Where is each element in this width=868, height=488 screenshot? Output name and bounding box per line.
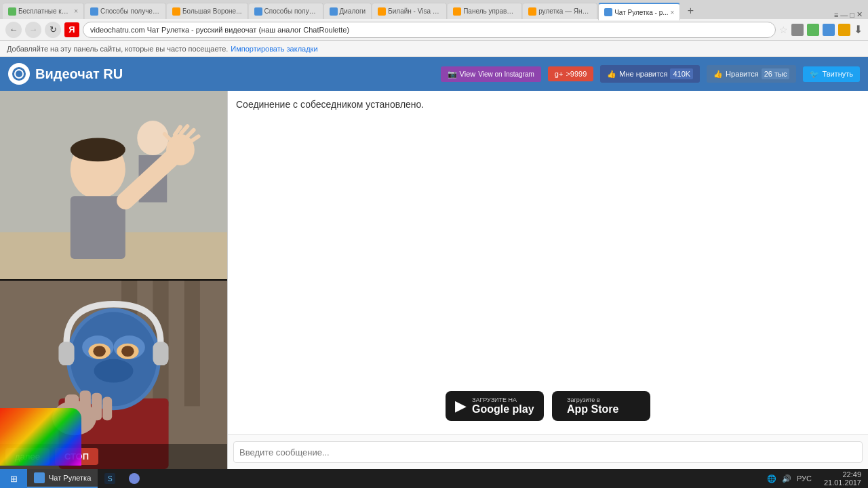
- toolbar-extension-1: [791, 24, 804, 36]
- app-store-text: Загрузите в App Store: [567, 396, 618, 415]
- stop-button[interactable]: СТОП: [55, 448, 98, 465]
- tab-label-7: Панель управлен...: [463, 7, 516, 15]
- gplus-icon: g+: [555, 70, 564, 78]
- svg-rect-35: [102, 396, 112, 420]
- bookmarks-bar: Добавляйте на эту панель сайты, которые …: [0, 41, 868, 57]
- next-button[interactable]: далее: [5, 448, 50, 465]
- taskbar-item-discord[interactable]: [122, 469, 146, 488]
- svg-rect-17: [184, 281, 200, 406]
- like-count: 410K: [670, 68, 693, 79]
- new-tab-button[interactable]: +: [681, 3, 700, 19]
- svg-rect-34: [92, 393, 102, 421]
- site-header: Видеочат RU 📷 View View on Instagram g+ …: [0, 57, 868, 91]
- video-local-svg: [0, 281, 227, 469]
- app-small-label: Загрузите в: [567, 396, 618, 403]
- instagram-button[interactable]: 📷 View View on Instagram: [441, 66, 541, 82]
- tray-lang: РУС: [797, 474, 812, 483]
- tab-1[interactable]: Бесплатные клю... ×: [3, 3, 84, 19]
- tab-icon-9: [604, 8, 612, 16]
- page-content: Видеочат RU 📷 View View on Instagram g+ …: [0, 57, 868, 469]
- svg-point-13: [71, 138, 125, 162]
- taskbar-item-steam[interactable]: S: [98, 469, 122, 488]
- logo-icon: [8, 63, 30, 85]
- tab-label-5: Диалоги: [340, 7, 366, 15]
- taskbar: ⊞ Чат Рулетка S 🌐 🔊 РУС 22:49 21.01.2017: [0, 469, 868, 488]
- back-button[interactable]: ←: [5, 22, 22, 38]
- svg-point-27: [93, 346, 106, 357]
- tab-icon-8: [528, 7, 536, 16]
- twitter-button[interactable]: 🐦 Твитнуть: [803, 66, 860, 82]
- tab-7[interactable]: Панель управлен...: [448, 3, 522, 19]
- browser-taskbar-icon: [34, 472, 45, 483]
- tray-volume-icon: 🔊: [782, 474, 791, 483]
- steam-icon: S: [104, 473, 115, 484]
- tab-6[interactable]: Билайн - Visa QIW...: [372, 3, 447, 19]
- gplus-count: >9999: [566, 70, 587, 78]
- tab-label-3: Большая Вороне...: [182, 7, 242, 15]
- address-bar[interactable]: videochatru.com Чат Рулетка - русский ви…: [83, 22, 776, 38]
- bookmark-star[interactable]: ☆: [779, 24, 788, 35]
- tab-9-active[interactable]: Чат Рулетка - р... ×: [598, 3, 680, 20]
- play-big-label: Google play: [472, 403, 534, 415]
- tab-2[interactable]: Способы получен...: [85, 3, 166, 19]
- tab-icon-3: [172, 7, 180, 16]
- chat-panel: Соединение с собеседником установлено. ▶…: [227, 91, 868, 469]
- vk-like-button[interactable]: 👍 Нравится 26 тыс: [707, 65, 796, 83]
- svg-rect-33: [80, 390, 91, 420]
- browser-tabs-bar: Бесплатные клю... × Способы получен... Б…: [0, 0, 868, 19]
- toolbar-extension-4: [838, 24, 850, 36]
- taskbar-item-browser[interactable]: Чат Рулетка: [27, 469, 98, 488]
- video-remote-svg: [0, 91, 227, 279]
- app-store-button[interactable]: Загрузите в App Store: [552, 391, 650, 421]
- tab-icon-7: [453, 7, 461, 16]
- google-play-button[interactable]: ▶ ЗАГРУЗИТЕ НА Google play: [446, 391, 544, 421]
- app-big-label: App Store: [567, 403, 618, 415]
- tab-label-6: Билайн - Visa QIW...: [388, 7, 441, 15]
- import-bookmarks-link[interactable]: Импортировать закладки: [231, 45, 317, 53]
- download-button[interactable]: ⬇: [854, 23, 863, 36]
- start-button[interactable]: ⊞: [0, 469, 27, 488]
- vk-like-label: Нравится: [726, 70, 759, 78]
- toolbar-extension-2: [807, 24, 819, 36]
- video-remote: [0, 91, 227, 281]
- tab-5[interactable]: Диалоги: [324, 3, 372, 19]
- discord-icon: [129, 473, 140, 484]
- thumbs-up-icon: 👍: [607, 70, 616, 79]
- tab-3[interactable]: Большая Вороне...: [167, 3, 248, 19]
- play-small-label: ЗАГРУЗИТЕ НА: [472, 396, 534, 403]
- tab-label-4: Способы получен...: [264, 7, 317, 15]
- tab-label-1: Бесплатные клю...: [18, 7, 72, 15]
- gplus-button[interactable]: g+ >9999: [548, 66, 593, 81]
- chat-input[interactable]: [233, 441, 863, 463]
- taskbar-time: 22:49: [824, 470, 861, 479]
- vk-icon: 👍: [713, 70, 723, 79]
- tab-label-2: Способы получен...: [100, 7, 160, 15]
- twitter-label: Твитнуть: [822, 70, 853, 78]
- chat-status-message: Соединение с собеседником установлено.: [236, 99, 860, 110]
- forward-button[interactable]: →: [25, 22, 41, 38]
- refresh-button[interactable]: ↻: [45, 22, 61, 38]
- tab-icon-5: [330, 7, 338, 16]
- site-logo: Видеочат RU: [8, 63, 123, 85]
- svg-point-28: [121, 346, 134, 357]
- toolbar-extension-3: [823, 24, 835, 36]
- taskbar-chat-label: Чат Рулетка: [49, 474, 91, 482]
- menu-button[interactable]: ≡ — □ ✕: [829, 10, 868, 19]
- taskbar-system-tray: 🌐 🔊 РУС: [762, 474, 817, 483]
- tab-close-1[interactable]: ×: [74, 7, 78, 15]
- svg-rect-32: [65, 394, 79, 422]
- tab-label-8: рулетка — Янде...: [538, 7, 591, 15]
- vk-count: 26 тыс: [762, 68, 790, 79]
- play-store-text: ЗАГРУЗИТЕ НА Google play: [472, 396, 534, 415]
- instagram-label2: View on Instagram: [478, 70, 534, 78]
- tab-close-9[interactable]: ×: [671, 9, 675, 16]
- svg-point-24: [94, 359, 134, 383]
- tab-icon-2: [90, 7, 98, 16]
- taskbar-date: 21.01.2017: [824, 479, 861, 487]
- tab-8[interactable]: рулетка — Янде...: [523, 3, 597, 19]
- tab-icon-4: [254, 7, 262, 16]
- like-button[interactable]: 👍 Мне нравится 410K: [600, 65, 700, 83]
- tray-network-icon: 🌐: [767, 474, 776, 483]
- tab-4[interactable]: Способы получен...: [249, 3, 323, 19]
- browser-toolbar: ← → ↻ Я videochatru.com Чат Рулетка - ру…: [0, 19, 868, 41]
